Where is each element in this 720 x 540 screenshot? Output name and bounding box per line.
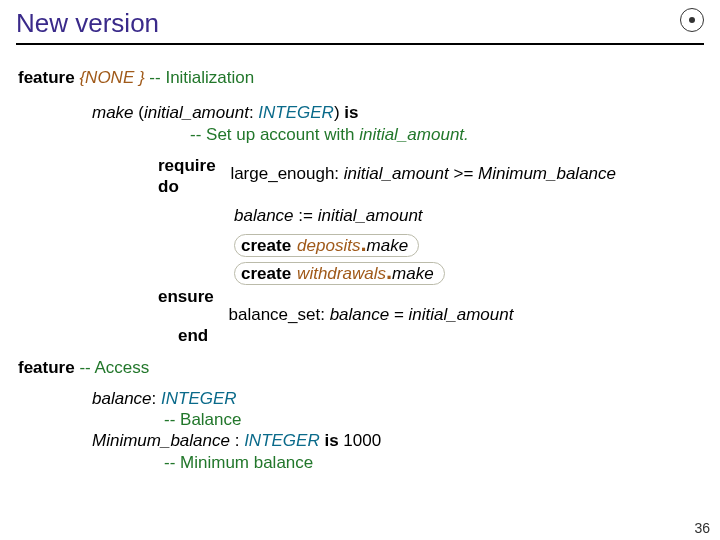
min-doc-text: -- Minimum balance bbox=[164, 453, 313, 472]
deposits-ident: deposits bbox=[297, 236, 360, 255]
balance-decl: balance: INTEGER bbox=[92, 388, 702, 409]
is-keyword-2: is bbox=[324, 431, 338, 450]
require-clause: large_enough: initial_amount >= Minimum_… bbox=[230, 163, 616, 184]
withdrawals-call: make bbox=[392, 264, 434, 283]
make-signature: make (initial_amount: INTEGER) is bbox=[92, 102, 702, 123]
access-comment: -- Access bbox=[79, 358, 149, 377]
logo-icon bbox=[680, 8, 704, 32]
assign-right: initial_amount bbox=[318, 206, 423, 225]
min-type: INTEGER bbox=[244, 431, 320, 450]
assign-line: balance := initial_amount bbox=[234, 205, 702, 226]
require-right: Minimum_balance bbox=[478, 164, 616, 183]
ensure-label: balance_set: bbox=[228, 305, 324, 324]
create-withdrawals-box: createwithdrawals.make bbox=[234, 262, 445, 285]
make-arg: initial_amount bbox=[144, 103, 249, 122]
balance-name: balance bbox=[92, 389, 152, 408]
min-value: 1000 bbox=[343, 431, 381, 450]
minimum-decl: Minimum_balance : INTEGER is 1000 bbox=[92, 430, 702, 451]
feature-none-line: feature {NONE } -- Initialization bbox=[18, 67, 702, 88]
make-doc-text: -- Set up account with bbox=[190, 125, 354, 144]
end-line: end bbox=[178, 325, 702, 346]
withdrawals-ident: withdrawals bbox=[297, 264, 386, 283]
do-body: balance := initial_amount createdeposits… bbox=[234, 205, 702, 286]
balance-type: INTEGER bbox=[161, 389, 237, 408]
slide-title: New version bbox=[16, 8, 720, 39]
assign-op: := bbox=[294, 206, 318, 225]
min-name: Minimum_balance bbox=[92, 431, 230, 450]
require-label: large_enough: bbox=[230, 164, 339, 183]
make-name: make bbox=[92, 103, 134, 122]
ensure-row: ensure balance_set: balance = initial_am… bbox=[158, 286, 702, 325]
feature-access-line: feature -- Access bbox=[18, 357, 702, 378]
feature-keyword: feature bbox=[18, 68, 75, 87]
assign-left: balance bbox=[234, 206, 294, 225]
ensure-op: = bbox=[389, 305, 408, 324]
ensure-keyword: ensure bbox=[158, 287, 214, 306]
create-keyword-1: create bbox=[241, 236, 291, 255]
require-op: >= bbox=[449, 164, 478, 183]
make-doc-arg: initial_amount. bbox=[359, 125, 469, 144]
export-none: {NONE } bbox=[79, 68, 144, 87]
ensure-clause: balance_set: balance = initial_amount bbox=[228, 304, 513, 325]
require-do-row: require do large_enough: initial_amount … bbox=[158, 155, 702, 198]
require-keyword: require bbox=[158, 156, 216, 175]
create-keyword-2: create bbox=[241, 264, 291, 283]
balance-doc-text: -- Balance bbox=[164, 410, 241, 429]
do-keyword: do bbox=[158, 177, 179, 196]
ensure-left: balance bbox=[330, 305, 390, 324]
ensure-right: initial_amount bbox=[409, 305, 514, 324]
deposits-call: make bbox=[367, 236, 409, 255]
make-arg-type: INTEGER bbox=[258, 103, 334, 122]
make-doc: -- Set up account with initial_amount. bbox=[190, 124, 702, 145]
minimum-doc: -- Minimum balance bbox=[164, 452, 702, 473]
create-deposits-box: createdeposits.make bbox=[234, 234, 419, 257]
end-keyword: end bbox=[178, 326, 208, 345]
feature-keyword-2: feature bbox=[18, 358, 75, 377]
init-comment: -- Initialization bbox=[149, 68, 254, 87]
require-left: initial_amount bbox=[344, 164, 449, 183]
balance-doc: -- Balance bbox=[164, 409, 702, 430]
is-keyword: is bbox=[344, 103, 358, 122]
code-block: feature {NONE } -- Initialization make (… bbox=[0, 45, 720, 473]
slide-number: 36 bbox=[694, 520, 710, 536]
